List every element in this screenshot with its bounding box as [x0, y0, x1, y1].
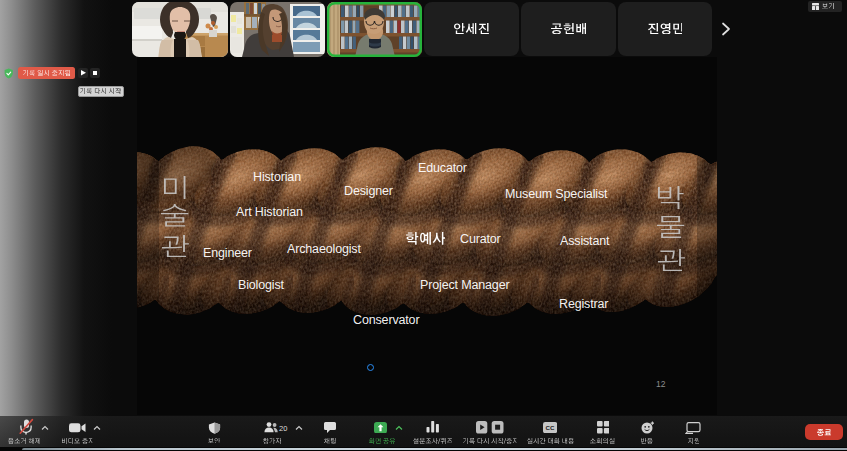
- svg-text:CC: CC: [546, 424, 555, 431]
